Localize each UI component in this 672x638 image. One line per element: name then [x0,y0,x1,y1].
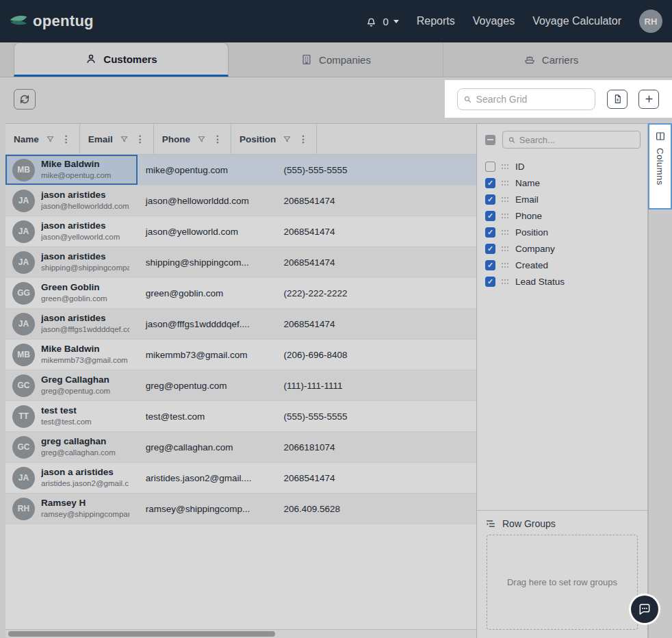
customer-row[interactable]: MB Mike Baldwin mikemmb73@gmail.com mike… [5,340,476,370]
avatar-initials: JA [12,220,35,243]
customer-sub-email: aristides.jason2@gmail.c [41,478,129,488]
panel-header [477,124,647,154]
email-cell: jason@yelloworld.com [138,216,276,246]
column-menu-icon[interactable] [213,134,222,144]
customer-row[interactable]: GC Greg Callaghan greg@opentug.com greg@… [5,370,476,401]
add-customer-button[interactable] [638,90,659,109]
customer-row[interactable]: JA jason a aristides aristides.jason2@gm… [5,463,476,494]
notifications-button[interactable]: 0 [365,15,398,28]
column-menu-icon[interactable] [135,134,145,144]
grid-search-input[interactable] [476,94,589,105]
filter-funnel-icon[interactable] [197,135,206,144]
customer-row[interactable]: JA jason aristides shipping@shippingcomp… [5,247,476,278]
nav-reports[interactable]: Reports [417,15,455,27]
nav-voyage-calculator[interactable]: Voyage Calculator [532,15,621,27]
column-checkbox[interactable] [485,260,495,270]
drag-handle-icon[interactable] [502,279,509,284]
filter-funnel-icon[interactable] [120,135,129,144]
row-groups-dropzone[interactable]: Drag here to set row groups [487,535,638,630]
drag-handle-icon[interactable] [502,164,509,169]
customers-grid: Name Email Phone [5,123,477,638]
customer-row[interactable]: JA jason aristides jason@fffgs1wddddqef.… [5,309,476,340]
opentug-logo-icon [8,13,29,29]
column-toggle-item[interactable]: Created [485,257,647,273]
tab-customers[interactable]: Customers [14,42,229,77]
column-checkbox[interactable] [485,162,495,172]
column-checkbox[interactable] [485,277,495,287]
column-checkbox[interactable] [485,178,495,188]
column-menu-icon[interactable] [62,134,71,144]
column-toggle-item[interactable]: Email [485,191,647,207]
columns-side-tab[interactable]: Columns [648,123,672,209]
customer-row[interactable]: MB Mike Baldwin mike@opentug.com mike@op… [5,155,476,186]
row-groups-title: Row Groups [502,518,556,529]
column-toggle-item[interactable]: Name [485,175,647,191]
customer-sub-email: shipping@shippingcompa [41,263,129,272]
column-toggle-item[interactable]: ID [485,158,647,175]
customer-sub-email: green@goblin.com [41,294,107,303]
customer-row[interactable]: JA jason aristides jason@yelloworld.com … [5,216,476,247]
column-checkbox[interactable] [485,194,495,205]
email-cell: greg@callaghan.com [138,432,276,462]
column-header[interactable]: Email [80,124,154,154]
customer-row[interactable]: JA jason aristides jason@helloworlddd.co… [5,186,476,216]
position-cell [376,278,476,308]
column-toggle-item[interactable]: Company [485,240,647,257]
column-search-input[interactable] [519,135,635,145]
drag-handle-icon[interactable] [502,263,509,268]
column-checkbox[interactable] [485,227,495,238]
position-cell [376,309,476,339]
drag-handle-icon[interactable] [502,230,509,235]
column-menu-icon[interactable] [298,134,308,144]
drag-handle-icon[interactable] [502,214,509,218]
column-search [502,131,641,149]
chat-widget-button[interactable] [631,596,658,623]
column-header[interactable]: Position [231,124,317,154]
drag-handle-icon[interactable] [502,181,509,186]
column-toggle-item[interactable]: Position [485,224,647,240]
customer-row[interactable]: RH Ramsey H ramsey@shippingcompar ramsey… [5,494,476,524]
select-all-columns-checkbox[interactable] [485,135,495,145]
avatar-initials: MB [12,159,35,181]
phone-cell: 2066181074 [275,432,376,462]
column-checkbox[interactable] [485,211,495,221]
tab-carriers[interactable]: Carriers [443,42,658,77]
export-button[interactable] [607,90,628,109]
column-checkbox[interactable] [485,244,495,254]
drag-handle-icon[interactable] [502,197,509,202]
brand-logo[interactable]: opentug [8,12,94,30]
horizontal-scrollbar[interactable] [5,629,476,638]
nav-voyages[interactable]: Voyages [473,15,515,27]
column-header-label: Name [14,134,39,144]
phone-cell: (555)-555-5555 [275,155,376,185]
customer-row[interactable]: TT test test test@test.com test@test.com… [5,401,476,432]
column-label: Email [515,194,539,205]
customer-name: jason aristides [41,313,129,324]
name-cell: JA jason aristides jason@fffgs1wddddqef.… [5,309,138,339]
refresh-button[interactable] [14,89,36,110]
position-cell [376,155,476,185]
customer-row[interactable]: GC greg callaghan greg@callaghan.com gre… [5,432,476,463]
avatar-initials: GG [12,282,35,305]
column-header[interactable]: Name [5,124,80,154]
email-cell: mike@opentug.com [138,155,276,185]
user-avatar[interactable]: RH [639,10,662,33]
name-cell: GC Greg Callaghan greg@opentug.com [5,370,138,400]
app-root: opentug 0 Reports Voyages Voyage Calcula… [0,0,672,638]
position-cell [376,186,476,216]
column-header[interactable]: Phone [154,124,231,154]
position-cell [376,247,476,277]
customer-name: Green Goblin [41,282,107,294]
column-list: ID Name Email Phone [477,154,647,510]
column-toggle-item[interactable]: Lead Status [485,273,647,290]
position-cell [376,401,476,431]
column-toggle-item[interactable]: Phone [485,207,647,224]
drag-handle-icon[interactable] [502,246,509,251]
tab-companies[interactable]: Companies [229,42,443,77]
customer-row[interactable]: GG Green Goblin green@goblin.com green@g… [5,278,476,309]
filter-funnel-icon[interactable] [46,135,55,144]
tab-label: Customers [103,53,157,65]
filter-funnel-icon[interactable] [283,135,292,144]
email-cell: ramsey@shippingcomp... [138,494,276,524]
scrollbar-thumb[interactable] [8,631,275,637]
